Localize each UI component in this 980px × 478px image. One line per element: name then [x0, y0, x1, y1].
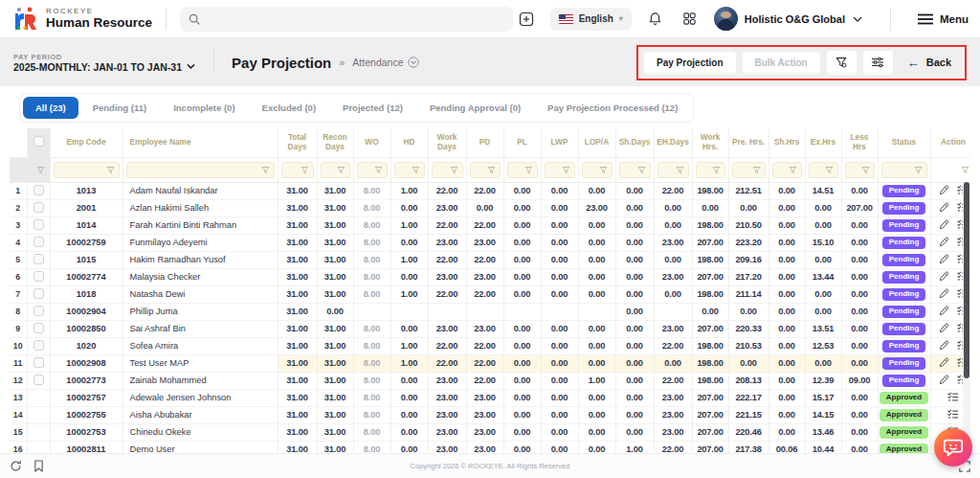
pay-period-selector[interactable]: PAY PERIOD 2025-MONTHLY: JAN-01 TO JAN-3… — [13, 53, 196, 73]
row-checkbox[interactable] — [33, 357, 44, 368]
edit-pencil-icon[interactable] — [939, 237, 949, 247]
column-header-total-days[interactable]: Total Days — [278, 128, 317, 157]
row-checkbox[interactable] — [33, 202, 44, 213]
column-header-sh-days[interactable]: Sh.Days — [615, 128, 654, 157]
bookmark-add-icon[interactable] — [516, 9, 537, 30]
column-header-emp-code[interactable]: Emp Code — [50, 128, 122, 157]
edit-pencil-icon[interactable] — [939, 202, 949, 213]
row-checkbox[interactable] — [33, 185, 44, 195]
menu-button[interactable]: Menu — [918, 13, 969, 25]
column-header-work-days[interactable]: Work Days — [428, 128, 466, 157]
column-header-lwp[interactable]: LWP — [541, 128, 578, 157]
edit-pencil-icon[interactable] — [939, 219, 949, 230]
checklist-icon[interactable] — [947, 392, 959, 402]
filter-input-total-days[interactable] — [281, 162, 314, 178]
row-checkbox[interactable] — [33, 237, 44, 247]
back-button[interactable]: ← Back — [900, 57, 959, 69]
filter-cell-sh-days[interactable] — [615, 157, 654, 182]
row-checkbox[interactable] — [33, 219, 44, 230]
edit-pencil-icon[interactable] — [939, 323, 949, 333]
filter-input-sh-days[interactable] — [619, 162, 651, 178]
column-header-lop-a[interactable]: LOP/A — [578, 128, 615, 157]
filter-cell-lwp[interactable] — [541, 157, 578, 182]
bulk-action-button[interactable]: Bulk Action — [743, 52, 820, 74]
filter-input-hd[interactable] — [394, 162, 425, 178]
filter-input-pl[interactable] — [507, 162, 538, 178]
filter-input-work-hrs[interactable] — [696, 162, 725, 178]
filter-input-status[interactable] — [881, 162, 927, 178]
filter-cell-lop-a[interactable] — [578, 157, 615, 182]
filter-input-eh-days[interactable] — [657, 162, 689, 178]
vertical-scrollbar[interactable] — [963, 182, 970, 453]
row-checkbox[interactable] — [33, 254, 44, 264]
column-header-action[interactable]: Action — [930, 128, 970, 157]
filter-input-wo[interactable] — [357, 162, 388, 178]
brand-logo[interactable]: ROCKEYE Human Resource — [11, 6, 152, 33]
tab-projected-12[interactable]: Projected (12) — [330, 97, 415, 119]
filter-cell-ex-hrs[interactable] — [805, 157, 841, 182]
edit-pencil-icon[interactable] — [939, 254, 949, 264]
filter-cell-employee-name[interactable] — [122, 157, 278, 182]
filter-cell-work-hrs[interactable] — [692, 157, 728, 182]
edit-pencil-icon[interactable] — [939, 271, 949, 282]
filter-cell-total-days[interactable] — [278, 157, 317, 182]
apps-grid-icon[interactable] — [679, 9, 701, 30]
filter-cell-status[interactable] — [878, 157, 930, 182]
column-header-hd[interactable]: HD — [390, 128, 428, 157]
edit-pencil-icon[interactable] — [939, 375, 949, 385]
row-checkbox[interactable] — [33, 340, 44, 351]
row-checkbox[interactable] — [33, 306, 44, 316]
filter-cell-pl[interactable] — [503, 157, 541, 182]
edit-pencil-icon[interactable] — [939, 306, 949, 316]
column-header-status[interactable]: Status — [878, 128, 930, 157]
notifications-bell-icon[interactable] — [645, 9, 666, 30]
chat-support-button[interactable] — [934, 428, 972, 467]
column-header-employee-name[interactable]: Employee Name — [122, 128, 278, 157]
filter-input-lop-a[interactable] — [582, 162, 612, 178]
filter-cell-hd[interactable] — [390, 157, 428, 182]
tab-pending-approval-0[interactable]: Pending Approval (0) — [417, 97, 533, 119]
filter-cell-pd[interactable] — [466, 157, 503, 182]
filter-cell-eh-days[interactable] — [654, 157, 692, 182]
column-header-recon-days[interactable]: Recon Days — [317, 128, 353, 157]
edit-pencil-icon[interactable] — [939, 357, 949, 368]
account-menu[interactable]: Holistic O&G Global — [714, 7, 863, 31]
filter-input-ex-hrs[interactable] — [809, 162, 838, 178]
filter-cell-wo[interactable] — [353, 157, 390, 182]
column-header-pd[interactable]: PD — [466, 128, 503, 157]
row-filter[interactable] — [10, 157, 50, 182]
scrollbar-thumb[interactable] — [964, 182, 969, 378]
edit-pencil-icon[interactable] — [939, 288, 949, 299]
filter-input-sh-hrs[interactable] — [772, 162, 802, 178]
column-header-pl[interactable]: PL — [503, 128, 541, 157]
filter-input-employee-name[interactable] — [126, 162, 275, 178]
tab-all-23[interactable]: All (23) — [23, 97, 78, 119]
filter-input-less-hrs[interactable] — [845, 162, 875, 178]
filter-cell-less-hrs[interactable] — [841, 157, 878, 182]
filter-cell-work-days[interactable] — [428, 157, 466, 182]
filter-input-lwp[interactable] — [545, 162, 575, 178]
language-selector[interactable]: English ▾ — [550, 8, 632, 31]
filter-cell-emp-code[interactable] — [50, 157, 122, 182]
row-checkbox[interactable] — [33, 288, 44, 299]
edit-pencil-icon[interactable] — [939, 185, 949, 195]
column-header-less-hrs[interactable]: Less Hrs — [841, 128, 878, 157]
filter-funnel-button[interactable] — [827, 51, 857, 75]
column-header-eh-days[interactable]: EH.Days — [654, 128, 692, 157]
tab-pay-projection-processed-12[interactable]: Pay Projection Processed (12) — [535, 97, 690, 119]
filter-input-recon-days[interactable] — [321, 162, 350, 178]
column-settings-button[interactable] — [863, 51, 893, 75]
tab-incomplete-0[interactable]: Incomplete (0) — [161, 97, 247, 119]
column-header-pre-hrs[interactable]: Pre. Hrs. — [728, 128, 768, 157]
search-input[interactable] — [180, 7, 513, 32]
row-checkbox[interactable] — [33, 375, 44, 385]
filter-cell-sh-hrs[interactable] — [768, 157, 805, 182]
column-header-wo[interactable]: WO — [353, 128, 390, 157]
filter-input-pd[interactable] — [470, 162, 501, 178]
filter-input-pre-hrs[interactable] — [732, 162, 766, 178]
tab-pending-11[interactable]: Pending (11) — [80, 97, 159, 119]
row-checkbox[interactable] — [33, 271, 44, 282]
pay-projection-button[interactable]: Pay Projection — [644, 52, 735, 74]
tab-excluded-0[interactable]: Excluded (0) — [250, 97, 329, 119]
row-checkbox[interactable] — [33, 323, 44, 333]
